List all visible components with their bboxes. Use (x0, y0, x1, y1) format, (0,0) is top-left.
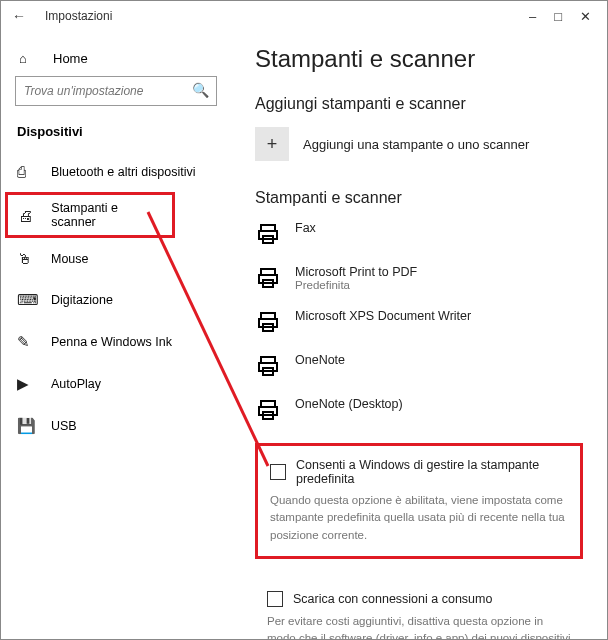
printer-sub: Predefinita (295, 279, 417, 291)
sidebar-item-printers[interactable]: 🖨 Stampanti e scanner (5, 192, 175, 238)
checkbox-label: Scarica con connessioni a consumo (293, 592, 492, 606)
sidebar-item-autoplay[interactable]: ▶ AutoPlay (1, 363, 231, 405)
sidebar: ⌂ Home 🔍 Dispositivi ⎙ Bluetooth e altri… (1, 31, 231, 639)
sidebar-item-typing[interactable]: ⌨ Digitazione (1, 279, 231, 321)
checkbox-metered[interactable]: Scarica con connessioni a consumo (267, 591, 571, 607)
printer-doc-icon (255, 265, 281, 291)
mouse-icon: 🖱 (17, 250, 37, 267)
search-icon: 🔍 (192, 82, 209, 98)
option-desc: Quando questa opzione è abilitata, viene… (270, 492, 568, 544)
sidebar-item-label: Bluetooth e altri dispositivi (51, 165, 196, 179)
printer-name: Microsoft Print to PDF (295, 265, 417, 279)
window-title: Impostazioni (29, 9, 112, 23)
add-printer-label: Aggiungi una stampante o uno scanner (303, 137, 529, 152)
sidebar-item-label: USB (51, 419, 77, 433)
fax-icon (255, 221, 281, 247)
sidebar-item-bluetooth[interactable]: ⎙ Bluetooth e altri dispositivi (1, 151, 231, 192)
sidebar-item-label: Mouse (51, 252, 89, 266)
printer-icon: 🖨 (18, 207, 37, 224)
sidebar-item-label: Digitazione (51, 293, 113, 307)
printer-name: OneNote (295, 353, 345, 367)
section-title: Dispositivi (1, 118, 231, 151)
option-default-printer: Consenti a Windows di gestire la stampan… (255, 443, 583, 559)
checkbox-default-printer[interactable]: Consenti a Windows di gestire la stampan… (270, 458, 568, 486)
keyboard-icon: ⌨ (17, 291, 37, 309)
add-heading: Aggiungi stampanti e scanner (255, 95, 583, 113)
home-label: Home (53, 51, 88, 66)
back-icon[interactable]: ← (9, 8, 29, 24)
sidebar-item-pen[interactable]: ✎ Penna e Windows Ink (1, 321, 231, 363)
bluetooth-icon: ⎙ (17, 163, 37, 180)
printer-row[interactable]: Fax (255, 221, 583, 247)
printer-name: Microsoft XPS Document Writer (295, 309, 471, 323)
printer-name: Fax (295, 221, 316, 235)
sidebar-item-label: Stampanti e scanner (51, 201, 162, 229)
search-input[interactable] (15, 76, 217, 106)
printer-row[interactable]: Microsoft Print to PDFPredefinita (255, 265, 583, 291)
printer-row[interactable]: Microsoft XPS Document Writer (255, 309, 583, 335)
usb-icon: 💾 (17, 417, 37, 435)
home-icon: ⌂ (19, 51, 39, 66)
checkbox-icon (267, 591, 283, 607)
list-heading: Stampanti e scanner (255, 189, 583, 207)
printer-row[interactable]: OneNote (255, 353, 583, 379)
printer-doc-icon (255, 353, 281, 379)
sidebar-item-label: AutoPlay (51, 377, 101, 391)
option-metered: Scarica con connessioni a consumo Per ev… (255, 579, 583, 639)
autoplay-icon: ▶ (17, 375, 37, 393)
page-title: Stampanti e scanner (255, 45, 583, 73)
checkbox-icon (270, 464, 286, 480)
printer-row[interactable]: OneNote (Desktop) (255, 397, 583, 423)
maximize-icon[interactable]: □ (554, 9, 562, 24)
pen-icon: ✎ (17, 333, 37, 351)
close-icon[interactable]: ✕ (580, 9, 591, 24)
printer-doc-icon (255, 309, 281, 335)
printer-doc-icon (255, 397, 281, 423)
sidebar-item-usb[interactable]: 💾 USB (1, 405, 231, 447)
option-desc: Per evitare costi aggiuntivi, disattiva … (267, 613, 571, 639)
home-button[interactable]: ⌂ Home (1, 41, 231, 76)
content-area: Stampanti e scanner Aggiungi stampanti e… (231, 31, 607, 639)
printer-name: OneNote (Desktop) (295, 397, 403, 411)
titlebar: ← Impostazioni – □ ✕ (1, 1, 607, 31)
sidebar-item-label: Penna e Windows Ink (51, 335, 172, 349)
checkbox-label: Consenti a Windows di gestire la stampan… (296, 458, 568, 486)
add-printer-row[interactable]: + Aggiungi una stampante o uno scanner (255, 127, 583, 161)
plus-icon: + (255, 127, 289, 161)
minimize-icon[interactable]: – (529, 9, 536, 24)
sidebar-item-mouse[interactable]: 🖱 Mouse (1, 238, 231, 279)
